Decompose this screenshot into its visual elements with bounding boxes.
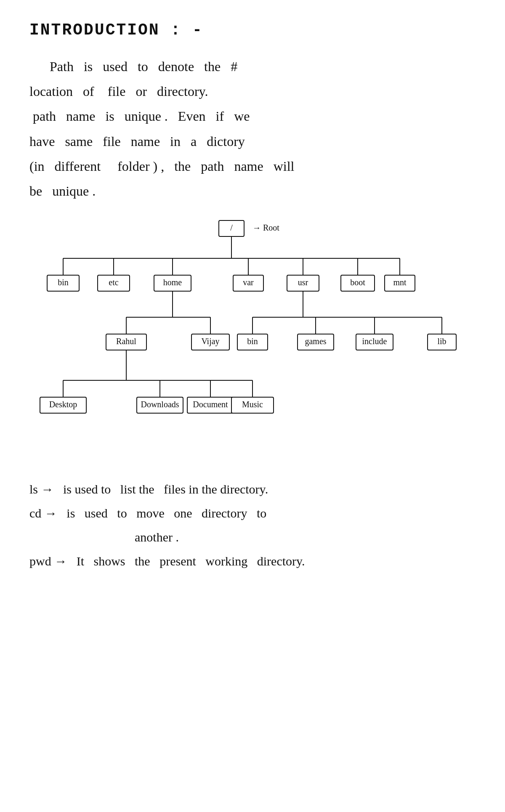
usr-include: include: [362, 337, 387, 346]
l1-usr: usr: [298, 278, 308, 287]
l1-mnt: mnt: [393, 278, 407, 287]
l1-boot: boot: [350, 278, 365, 287]
l1-etc: etc: [109, 278, 118, 287]
vijay-node: Vijay: [201, 337, 219, 346]
pwd-command: pwd → It shows the present working direc…: [29, 549, 476, 573]
usr-games: games: [305, 337, 326, 346]
l1-home: home: [163, 278, 182, 287]
document-node: Document: [193, 400, 228, 409]
cd-cmd-label: cd → is used to move one directory to: [29, 506, 266, 520]
usr-lib: lib: [437, 337, 446, 346]
pwd-cmd-label: pwd → It shows the present working direc…: [29, 554, 305, 568]
page: INTRODUCTION : - Path is used to denote …: [0, 0, 505, 812]
root-node-label: /: [230, 223, 233, 232]
usr-bin: bin: [247, 337, 258, 346]
l1-bin: bin: [58, 278, 69, 287]
downloads-node: Downloads: [141, 400, 179, 409]
music-node: Music: [242, 400, 263, 409]
cd-command-continued: another .: [135, 525, 476, 549]
page-title: INTRODUCTION : -: [29, 21, 476, 39]
tree-svg: / → Root bin: [29, 216, 476, 460]
desktop-node: Desktop: [49, 400, 77, 409]
cd-command: cd → is used to move one directory to: [29, 501, 476, 525]
root-annotation: → Root: [252, 223, 279, 232]
intro-paragraph-1: Path is used to denote the # location of…: [29, 54, 476, 204]
tree-diagram: / → Root bin: [29, 216, 476, 460]
ls-cmd-label: ls → is used to list the files in the di…: [29, 482, 268, 496]
l1-var: var: [243, 278, 254, 287]
ls-command: ls → is used to list the files in the di…: [29, 477, 476, 501]
commands-section: ls → is used to list the files in the di…: [29, 477, 476, 573]
rahul-node: Rahul: [116, 337, 136, 346]
